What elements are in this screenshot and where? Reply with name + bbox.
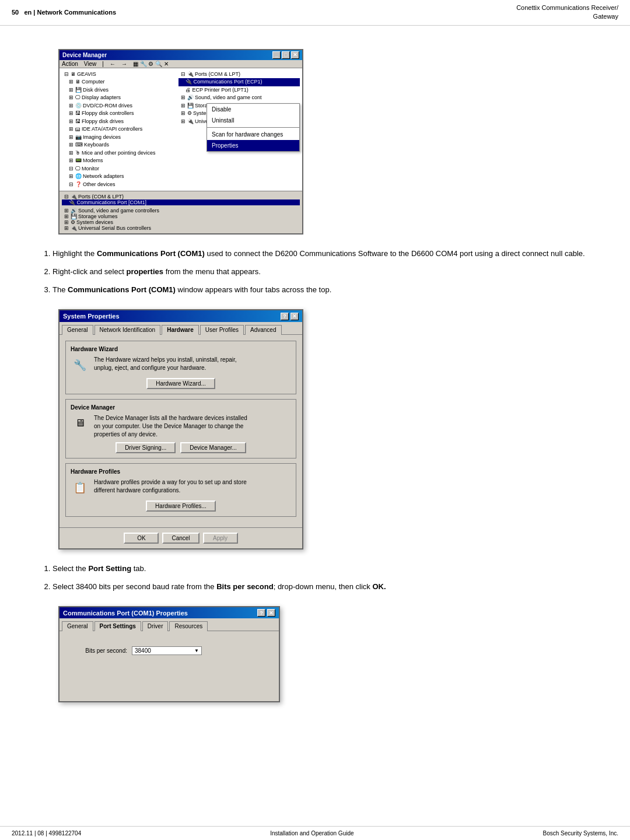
- hw-wizard-title: Hardware Wizard: [71, 346, 291, 352]
- ports-item[interactable]: ⊟ 🔌 Ports (COM & LPT): [178, 71, 300, 79]
- hw-profiles-row: 📋 Hardware profiles provide a way for yo…: [71, 478, 291, 497]
- tree-keyboard[interactable]: ⊞ ⌨ Keyboards: [62, 141, 174, 149]
- dm-right-panel: ⊟ 🔌 Ports (COM & LPT) 🔌 Communications P…: [176, 68, 302, 191]
- tree-modems[interactable]: ⊞ 📟 Modems: [62, 157, 174, 165]
- footer-left: 2012.11 | 08 | 4998122704: [12, 830, 81, 836]
- instruction-1: Highlight the Communications Port (COM1)…: [52, 246, 595, 261]
- tab-network-id[interactable]: Network Identification: [94, 325, 161, 335]
- dm-section-text: The Device Manager lists all the hardwar…: [94, 414, 291, 439]
- tree-disk[interactable]: ⊞ 💾 Disk drives: [62, 86, 174, 94]
- page-section: 50 en | Network Communications: [12, 9, 116, 16]
- product-title: Conettix Communications Receiver/ Gatewa…: [516, 4, 618, 22]
- bps-value: 38400: [135, 648, 151, 654]
- dm-titlebar: Device Manager _ □ ✕: [60, 50, 302, 60]
- sys-props-tabs: General Network Identification Hardware …: [60, 322, 302, 335]
- sound-item[interactable]: ⊞ 🔊 Sound, video and game cont: [178, 94, 300, 102]
- bottom-ports[interactable]: ⊟ 🔌 Ports (COM & LPT): [62, 194, 300, 200]
- hw-wizard-text: The Hardware wizard helps you install, u…: [94, 356, 291, 372]
- ctx-scan[interactable]: Scan for hardware changes: [207, 129, 299, 140]
- bps-dropdown[interactable]: 38400 ▼: [132, 646, 202, 655]
- tree-mice[interactable]: ⊞ 🖱 Mice and other pointing devices: [62, 149, 174, 158]
- ok-button[interactable]: OK: [124, 533, 159, 544]
- hardware-profiles-section: Hardware Profiles 📋 Hardware profiles pr…: [65, 463, 296, 517]
- close-button[interactable]: ✕: [291, 51, 299, 59]
- toolbar-forward[interactable]: →: [121, 61, 127, 67]
- instruction-2: Right-click and select properties from t…: [52, 264, 595, 279]
- ctx-disable[interactable]: Disable: [207, 104, 299, 115]
- maximize-button[interactable]: □: [282, 51, 290, 59]
- tree-root: ⊟ 🖥 GEAVIS: [62, 71, 174, 79]
- ctx-properties[interactable]: Properties: [207, 140, 299, 151]
- cancel-button[interactable]: Cancel: [162, 533, 199, 544]
- bottom-com1[interactable]: 🔌 Communications Port [COM1]: [62, 200, 300, 205]
- hw-profiles-icon: 📋: [71, 478, 89, 497]
- tree-network[interactable]: ⊞ 🌐 Network adapters: [62, 173, 174, 181]
- tree-floppy-ctrl[interactable]: ⊞ 🖫 Floppy disk controllers: [62, 110, 174, 118]
- instruction-5: Select 38400 bits per second baud rate f…: [52, 579, 595, 594]
- dropdown-arrow-icon: ▼: [192, 648, 199, 653]
- bottom-usb[interactable]: ⊞ 🔌 Universal Serial Bus controllers: [62, 225, 300, 231]
- tree-imaging[interactable]: ⊞ 📷 Imaging devices: [62, 134, 174, 142]
- page-number: 50: [12, 9, 19, 16]
- instructions-list-1: Highlight the Communications Port (COM1)…: [52, 246, 595, 298]
- tree-computer[interactable]: ⊞ 🖥 Computer: [62, 78, 174, 86]
- tree-monitor[interactable]: ⊟ 🖵 Monitor: [62, 165, 174, 173]
- page-footer: 2012.11 | 08 | 4998122704 Installation a…: [0, 826, 630, 840]
- tree-dvd[interactable]: ⊞ 💿 DVD/CD-ROM drives: [62, 102, 174, 110]
- hardware-profiles-button[interactable]: Hardware Profiles...: [146, 501, 216, 512]
- hw-profiles-text: Hardware profiles provide a way for you …: [94, 478, 291, 495]
- tree-ide[interactable]: ⊞ 🖴 IDE ATA/ATAPI controllers: [62, 125, 174, 134]
- tree-display[interactable]: ⊞ 🖵 Display adapters: [62, 94, 174, 102]
- sys-props-content: Hardware Wizard 🔧 The Hardware wizard he…: [60, 335, 302, 527]
- dm-btn-row: Driver Signing... Device Manager...: [71, 442, 291, 453]
- com-props-title: Communications Port (COM1) Properties: [63, 610, 188, 617]
- main-content: Device Manager _ □ ✕ Action View | ← → ▦…: [0, 26, 630, 750]
- menu-action[interactable]: Action: [62, 61, 78, 67]
- apply-button[interactable]: Apply: [203, 533, 238, 544]
- minimize-button[interactable]: _: [272, 51, 281, 59]
- lpt-port[interactable]: 🖨 ECP Printer Port (LPT1): [178, 86, 300, 94]
- section-title: en | Network Communications: [24, 9, 116, 16]
- bottom-sound[interactable]: ⊞ 🔊 Sound, video and game controllers: [62, 208, 300, 214]
- dm-menubar: Action View | ← → ▦ 🔧 ⚙ 🔍 ✕: [60, 60, 302, 68]
- tree-other[interactable]: ⊟ ❓ Other devices: [62, 181, 174, 189]
- ctx-uninstall[interactable]: Uninstall: [207, 115, 299, 126]
- tab-resources[interactable]: Resources: [169, 621, 208, 631]
- hw-wizard-icon: 🔧: [71, 356, 89, 374]
- device-manager-screenshot: Device Manager _ □ ✕ Action View | ← → ▦…: [58, 49, 303, 235]
- dm-section-row: 🖥 The Device Manager lists all the hardw…: [71, 414, 291, 439]
- footer-center: Installation and Operation Guide: [270, 830, 354, 836]
- com-close-btn[interactable]: ✕: [267, 609, 275, 617]
- sys-close-btn[interactable]: ✕: [290, 313, 299, 320]
- com-properties-dialog: Communications Port (COM1) Properties ? …: [58, 606, 280, 703]
- sys-titlebar-controls: ? ✕: [281, 312, 299, 320]
- hw-profiles-btn-row: Hardware Profiles...: [71, 501, 291, 512]
- hw-wizard-btn-row: Hardware Wizard...: [71, 378, 291, 389]
- tab-hardware[interactable]: Hardware: [162, 325, 199, 335]
- tab-advanced[interactable]: Advanced: [245, 325, 281, 335]
- tab-general[interactable]: General: [62, 325, 93, 335]
- menu-view[interactable]: View: [84, 61, 97, 67]
- hardware-wizard-section: Hardware Wizard 🔧 The Hardware wizard he…: [65, 341, 296, 394]
- tree-floppy[interactable]: ⊞ 🖫 Floppy disk drives: [62, 118, 174, 126]
- dm-section-icon: 🖥: [71, 414, 89, 433]
- sys-help-btn[interactable]: ?: [281, 313, 289, 320]
- tab-driver[interactable]: Driver: [142, 621, 169, 631]
- hw-profiles-title: Hardware Profiles: [71, 468, 291, 475]
- com-port-selected[interactable]: 🔌 Communications Port (ECP1): [178, 78, 300, 86]
- bps-field-row: Bits per second: 38400 ▼: [69, 646, 270, 655]
- tab-com-general[interactable]: General: [62, 621, 93, 631]
- dm-section-title: Device Manager: [71, 404, 291, 411]
- titlebar-controls: _ □ ✕: [272, 51, 299, 59]
- toolbar-back[interactable]: ←: [110, 61, 116, 67]
- com-help-btn[interactable]: ?: [257, 609, 265, 617]
- com-props-tabs: General Port Settings Driver Resources: [60, 618, 279, 631]
- page-header: 50 en | Network Communications Conettix …: [0, 0, 630, 26]
- tab-port-settings[interactable]: Port Settings: [94, 621, 141, 631]
- hardware-wizard-button[interactable]: Hardware Wizard...: [146, 378, 215, 389]
- tab-user-profiles[interactable]: User Profiles: [200, 325, 244, 335]
- bottom-system[interactable]: ⊞ ⚙ System devices: [62, 219, 300, 225]
- driver-signing-button[interactable]: Driver Signing...: [116, 442, 176, 453]
- device-manager-button[interactable]: Device Manager...: [180, 442, 246, 453]
- bottom-storage[interactable]: ⊞ 💾 Storage volumes: [62, 214, 300, 219]
